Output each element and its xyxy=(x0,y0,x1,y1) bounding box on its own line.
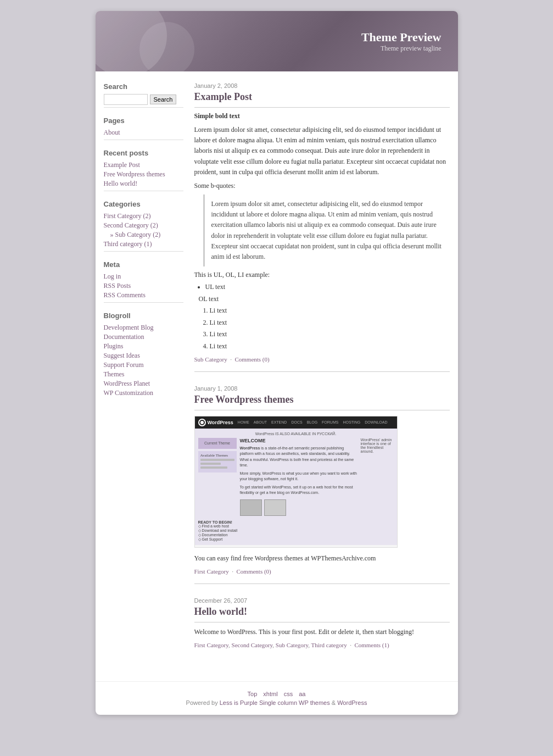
sidebar-page-about[interactable]: About xyxy=(104,128,183,137)
post-title-link-2[interactable]: Hello world! xyxy=(194,606,248,617)
sidebar-cat-3[interactable]: Third category (1) xyxy=(104,240,183,249)
sidebar-meta-rss-comments[interactable]: RSS Comments xyxy=(104,291,183,300)
footer-links: Top xhtml css aa xyxy=(104,691,449,697)
content-area: Search Search Pages About Recent posts E… xyxy=(96,71,458,681)
search-input[interactable] xyxy=(104,94,148,105)
wp-nav-blog: BLOG xyxy=(307,420,317,424)
wp-admin-desc: WordPress' admin interface is one of the… xyxy=(361,438,394,453)
post-divider-2 xyxy=(194,622,450,622)
sidebar-recent-post-2[interactable]: Hello world! xyxy=(104,179,183,188)
sidebar-recent-post-1[interactable]: Free Wordpress themes xyxy=(104,170,183,179)
wp-ready-link-2: ◇ Download and install xyxy=(198,529,394,533)
wp-available-themes: Available Themes xyxy=(198,451,237,472)
sidebar-recent-post-0[interactable]: Example Post xyxy=(104,160,183,170)
wp-welcome-heading: WELCOME xyxy=(240,438,358,443)
sidebar-recent-posts-section: Recent posts Example Post Free Wordpress… xyxy=(104,149,183,191)
post-meta-2: First Category, Second Category, Sub Cat… xyxy=(194,642,450,648)
sidebar-blogroll-3[interactable]: Suggest Ideas xyxy=(104,351,183,360)
sidebar-blogroll-5[interactable]: Themes xyxy=(104,370,183,379)
wp-more-text: More simply, WordPress is what you use w… xyxy=(240,471,358,482)
post-cat-link-1[interactable]: First Category xyxy=(194,568,229,575)
sidebar-cat-2[interactable]: » Sub Category (2) xyxy=(104,230,183,240)
sidebar-cat-1[interactable]: Second Category (2) xyxy=(104,221,183,230)
post-title-2: Hello world! xyxy=(194,606,450,618)
wp-available-label: Available Themes xyxy=(200,453,234,458)
search-heading: Search xyxy=(104,82,183,91)
wp-available-note: WordPress IS ALSO AVAILABLE IN РУССКИЙ. xyxy=(198,432,394,436)
sidebar-categories-section: Categories First Category (2) Second Cat… xyxy=(104,200,183,252)
pages-heading: Pages xyxy=(104,116,183,125)
sidebar-blogroll-2[interactable]: Plugins xyxy=(104,342,183,351)
post-blockquote-0: Lorem ipsum dolor sit amet, consectetur … xyxy=(203,194,450,266)
sidebar-blogroll-1[interactable]: Documentation xyxy=(104,332,183,342)
post-comments-link-2[interactable]: Comments (1) xyxy=(354,642,389,648)
footer-top-link[interactable]: Top xyxy=(248,691,258,697)
post-cat-link-2c[interactable]: Sub Category xyxy=(276,642,308,648)
footer-less-is-purple[interactable]: Less is Purple xyxy=(220,699,258,706)
mock-line xyxy=(200,466,228,469)
page-wrapper: Theme Preview Theme preview tagline Sear… xyxy=(96,11,458,715)
post-comments-link-0[interactable]: Comments (0) xyxy=(234,356,269,363)
post-cat-link-0[interactable]: Sub Category xyxy=(194,356,227,363)
sidebar-divider xyxy=(104,251,183,252)
wp-logo-text: WordPress xyxy=(208,420,233,425)
footer-wordpress[interactable]: WordPress xyxy=(337,699,367,706)
post-title-link-0[interactable]: Example Post xyxy=(194,91,253,102)
wp-welcome-body: WordPress is a state-of-the-art semantic… xyxy=(240,446,358,469)
wp-nav-about: ABOUT xyxy=(254,420,267,424)
wp-get-started: To get started with WordPress, set it up… xyxy=(240,485,358,496)
sidebar-blogroll-6[interactable]: WordPress Planet xyxy=(104,379,183,388)
post-divider-1 xyxy=(194,410,450,410)
wp-thumb-1 xyxy=(240,499,262,516)
wp-left-sidebar: Current Theme Available Themes xyxy=(198,438,237,516)
post-meta-1: First Category · Comments (0) xyxy=(194,568,450,575)
wp-ready-link-1: ◇ Find a web host xyxy=(198,524,394,529)
sidebar-blogroll-7[interactable]: WP Customization xyxy=(104,388,183,398)
post-body-1: You can easy find free Wordpress themes … xyxy=(194,553,450,564)
post-cat-link-2b[interactable]: Second Category xyxy=(232,642,273,648)
wp-center-content: WELCOME WordPress is a state-of-the-art … xyxy=(240,438,358,516)
sidebar-meta-login[interactable]: Log in xyxy=(104,272,183,281)
post-cat-link-2a[interactable]: First Category xyxy=(194,642,229,648)
search-box: Search xyxy=(104,94,183,105)
list-intro: This is UL, OL, LI example: xyxy=(194,271,450,279)
post-example: January 2, 2008 Example Post Simple bold… xyxy=(194,82,450,372)
post-comments-link-1[interactable]: Comments (0) xyxy=(237,568,271,575)
ol-item-2: Li text xyxy=(210,329,450,341)
footer-powered-by: Powered by Less is Purple Single column … xyxy=(104,699,449,706)
post-divider xyxy=(194,107,450,108)
wp-right-sidebar: WordPress' admin interface is one of the… xyxy=(361,438,394,516)
wp-logo-inner xyxy=(200,421,204,424)
wp-ready-link-3: ◇ Documentation xyxy=(198,533,394,537)
footer: Top xhtml css aa Powered by Less is Purp… xyxy=(96,681,458,715)
sidebar-divider xyxy=(104,140,183,140)
wp-ready-section: READY TO BEGIN! ◇ Find a web host ◇ Down… xyxy=(198,520,394,542)
blogroll-heading: Blogroll xyxy=(104,312,183,320)
sidebar-search-section: Search Search xyxy=(104,82,183,108)
sidebar-blogroll-4[interactable]: Support Forum xyxy=(104,360,183,370)
footer-aa-link[interactable]: aa xyxy=(299,691,305,697)
sidebar-divider xyxy=(104,191,183,191)
footer-css-link[interactable]: css xyxy=(284,691,293,697)
footer-single-col[interactable]: Single column WP themes xyxy=(259,699,330,706)
post-hello-world: December 26, 2007 Hello world! Welcome t… xyxy=(194,597,450,657)
sidebar-divider xyxy=(104,107,183,108)
search-button[interactable]: Search xyxy=(150,94,177,104)
sidebar-cat-0[interactable]: First Category (2) xyxy=(104,212,183,221)
wp-thumb-2 xyxy=(264,499,286,516)
wp-current-theme: Current Theme xyxy=(198,438,237,449)
site-tagline: Theme preview tagline xyxy=(361,45,442,53)
ol-item-1: Li text xyxy=(210,317,450,329)
ul-list: UL text xyxy=(205,281,450,293)
wp-nav-bar: WordPress HOME ABOUT EXTEND DOCS BLOG FO… xyxy=(195,416,397,429)
post-title-0: Example Post xyxy=(194,91,450,103)
post-cat-link-2d[interactable]: Third category xyxy=(311,642,347,648)
sidebar-meta-rss-posts[interactable]: RSS Posts xyxy=(104,281,183,291)
footer-xhtml-link[interactable]: xhtml xyxy=(263,691,277,697)
sidebar-blogroll-0[interactable]: Development Blog xyxy=(104,323,183,332)
sidebar: Search Search Pages About Recent posts E… xyxy=(104,82,183,670)
wp-nav-items: HOME ABOUT EXTEND DOCS BLOG FORUMS HOSTI… xyxy=(238,420,388,424)
wp-admin-screenshots xyxy=(240,499,358,516)
post-title-link-1[interactable]: Free Wordpress themes xyxy=(194,394,294,405)
wp-logo-area: WordPress xyxy=(198,419,233,426)
